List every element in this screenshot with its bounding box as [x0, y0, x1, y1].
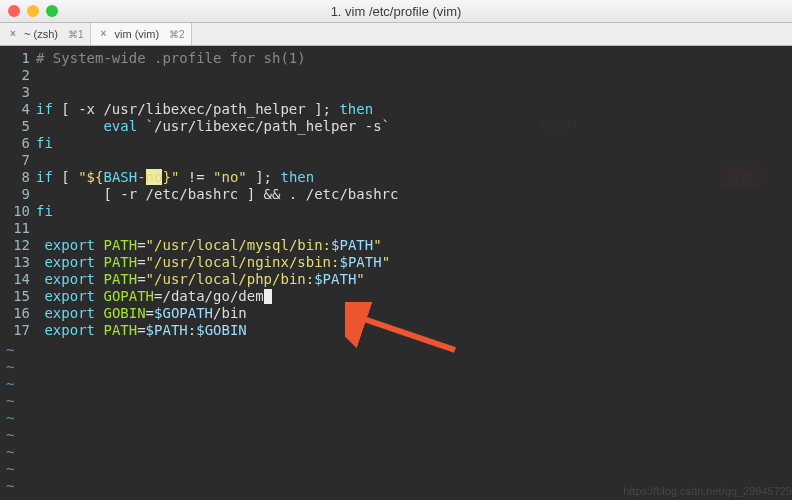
traffic-lights [0, 5, 58, 17]
line-number: 1 [0, 50, 36, 67]
code-text: eval `/usr/libexec/path_helper -s` [36, 118, 390, 135]
watermark: https://blog.csdn.net/qq_29945729 [623, 483, 792, 500]
tab-shortcut: ⌘2 [169, 29, 185, 40]
empty-line-tilde: ~ [0, 342, 36, 359]
code-text: # System-wide .profile for sh(1) [36, 50, 306, 67]
close-icon[interactable] [8, 5, 20, 17]
code-text: export GOBIN=$GOPATH/bin [36, 305, 247, 322]
code-text: export GOPATH=/data/go/dem [36, 288, 272, 305]
empty-line-tilde: ~ [0, 427, 36, 444]
line-number: 6 [0, 135, 36, 152]
line-number: 17 [0, 322, 36, 339]
line-number: 3 [0, 84, 36, 101]
code-line: 16 export GOBIN=$GOPATH/bin [0, 305, 398, 322]
line-number: 5 [0, 118, 36, 135]
code-line: 7 [0, 152, 398, 169]
code-line: 14 export PATH="/usr/local/php/bin:$PATH… [0, 271, 398, 288]
empty-line-tilde: ~ [0, 393, 36, 410]
empty-line-tilde: ~ [0, 444, 36, 461]
code-line: 3 [0, 84, 398, 101]
code-line: 9 [ -r /etc/bashrc ] && . /etc/bashrc [0, 186, 398, 203]
line-number: 12 [0, 237, 36, 254]
minimize-icon[interactable] [27, 5, 39, 17]
code-text: export PATH="/usr/local/nginx/sbin:$PATH… [36, 254, 390, 271]
tab-label: ~ (zsh) [24, 28, 58, 40]
maximize-icon[interactable] [46, 5, 58, 17]
code-line: 13 export PATH="/usr/local/nginx/sbin:$P… [0, 254, 398, 271]
empty-line-tilde: ~ [0, 359, 36, 376]
code-content: 1# System-wide .profile for sh(1)234if [… [0, 50, 398, 339]
empty-line-tilde: ~ [0, 376, 36, 393]
code-text: [ -r /etc/bashrc ] && . /etc/bashrc [36, 186, 398, 203]
code-line: 17 export PATH=$PATH:$GOBIN [0, 322, 398, 339]
code-text: fi [36, 135, 53, 152]
code-line: 1# System-wide .profile for sh(1) [0, 50, 398, 67]
code-text: fi [36, 203, 53, 220]
code-line: 5 eval `/usr/libexec/path_helper -s` [0, 118, 398, 135]
code-line: 10fi [0, 203, 398, 220]
tab-label: vim (vim) [115, 28, 160, 40]
code-line: 12 export PATH="/usr/local/mysql/bin:$PA… [0, 237, 398, 254]
line-number: 11 [0, 220, 36, 237]
code-text: export PATH="/usr/local/mysql/bin:$PATH" [36, 237, 382, 254]
line-number: 10 [0, 203, 36, 220]
editor-viewport[interactable]: CSDN 登录 1# System-wide .profile for sh(1… [0, 46, 792, 500]
empty-line-tilde: ~ [0, 410, 36, 427]
empty-line-indicators: ~~~~~~~~~ [0, 342, 36, 495]
code-line: 4if [ -x /usr/libexec/path_helper ]; the… [0, 101, 398, 118]
tab-shortcut: ⌘1 [68, 29, 84, 40]
terminal-window: 1. vim /etc/profile (vim) × ~ (zsh) ⌘1 ×… [0, 0, 792, 500]
line-number: 8 [0, 169, 36, 186]
line-number: 14 [0, 271, 36, 288]
tab-zsh[interactable]: × ~ (zsh) ⌘1 [0, 23, 91, 45]
line-number: 2 [0, 67, 36, 84]
window-title: 1. vim /etc/profile (vim) [0, 4, 792, 19]
cursor [264, 289, 272, 304]
code-line: 11 [0, 220, 398, 237]
line-number: 13 [0, 254, 36, 271]
code-text: export PATH=$PATH:$GOBIN [36, 322, 247, 339]
line-number: 9 [0, 186, 36, 203]
close-icon[interactable]: × [8, 29, 18, 39]
empty-line-tilde: ~ [0, 461, 36, 478]
code-line: 15 export GOPATH=/data/go/dem [0, 288, 398, 305]
code-line: 6fi [0, 135, 398, 152]
line-number: 4 [0, 101, 36, 118]
empty-line-tilde: ~ [0, 478, 36, 495]
tab-bar: × ~ (zsh) ⌘1 × vim (vim) ⌘2 [0, 23, 792, 46]
code-text: if [ "${BASH-no}" != "no" ]; then [36, 169, 314, 186]
tab-vim[interactable]: × vim (vim) ⌘2 [91, 23, 192, 45]
line-number: 16 [0, 305, 36, 322]
code-line: 8if [ "${BASH-no}" != "no" ]; then [0, 169, 398, 186]
line-number: 15 [0, 288, 36, 305]
close-icon[interactable]: × [99, 29, 109, 39]
code-text: export PATH="/usr/local/php/bin:$PATH" [36, 271, 365, 288]
code-line: 2 [0, 67, 398, 84]
code-text: if [ -x /usr/libexec/path_helper ]; then [36, 101, 373, 118]
titlebar: 1. vim /etc/profile (vim) [0, 0, 792, 23]
line-number: 7 [0, 152, 36, 169]
